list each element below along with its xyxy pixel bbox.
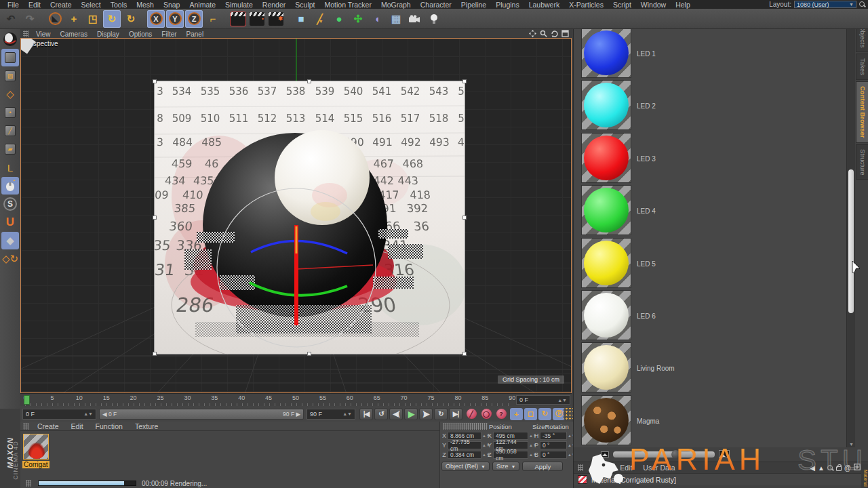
history-forward-icon[interactable]: ▲: [818, 464, 825, 472]
timeline-ruler[interactable]: 051015202530354045505560657075808590 0 F…: [20, 393, 572, 406]
matman-menu-function[interactable]: Function: [90, 422, 129, 430]
slider-knob[interactable]: [671, 450, 680, 459]
menu-character[interactable]: Character: [416, 1, 456, 9]
panel-grip[interactable]: [23, 423, 28, 430]
viewport-zoom-icon[interactable]: [540, 30, 547, 37]
goto-start-button[interactable]: |◀: [359, 408, 373, 420]
record-keyframe-button[interactable]: ╱: [465, 408, 478, 420]
material-row-led-1[interactable]: LED 1: [574, 27, 846, 79]
snap-magnet[interactable]: U: [1, 214, 19, 231]
viewport-menu-view[interactable]: View: [31, 30, 56, 38]
browser-scrollbar[interactable]: ▲ ▼: [846, 21, 855, 447]
spinner-arrows-icon[interactable]: ▲▼: [482, 453, 486, 457]
current-frame-marker[interactable]: [24, 395, 30, 405]
enable-snap[interactable]: S: [3, 197, 17, 211]
at-icon[interactable]: @: [844, 464, 851, 472]
prev-key-button[interactable]: ↺: [374, 408, 388, 420]
region-handle-e[interactable]: [462, 216, 467, 220]
render-settings-button[interactable]: ✱: [267, 10, 285, 28]
attr-menu-user-data[interactable]: User Data: [637, 464, 680, 472]
add-mograph-menu[interactable]: ✣: [349, 10, 367, 28]
coord-value-field[interactable]: -27.735 cm: [448, 441, 481, 449]
large-thumbnail-icon[interactable]: [719, 450, 730, 458]
viewport-solo[interactable]: [1, 177, 19, 195]
z-axis-lock[interactable]: Z: [185, 10, 203, 28]
attr-search-icon[interactable]: [827, 465, 833, 471]
material-row-living-room[interactable]: Living Room: [574, 342, 846, 394]
key-position-toggle[interactable]: +: [510, 408, 523, 420]
region-handle-w[interactable]: [153, 216, 157, 220]
menu-snap[interactable]: Snap: [159, 1, 185, 9]
material-row-led-2[interactable]: LED 2: [574, 79, 846, 131]
last-used-tool-rotate[interactable]: ↻: [122, 10, 140, 28]
scroll-down-icon[interactable]: ▼: [849, 442, 854, 447]
panel-grip[interactable]: [443, 423, 488, 430]
timeline-range-slider[interactable]: ◀ 0 F 90 F ▶: [99, 409, 304, 420]
y-axis-lock[interactable]: Y: [166, 10, 184, 28]
material-row-magma[interactable]: Magma: [574, 394, 846, 447]
panel-grip[interactable]: [578, 464, 583, 471]
menu-mograph[interactable]: MoGraph: [376, 1, 416, 9]
attribute-object-row[interactable]: Material [Corrigated Rusty]: [574, 473, 868, 485]
texture-mode[interactable]: ▨: [1, 67, 19, 85]
end-frame-field[interactable]: 90 F ▲▼: [307, 409, 355, 420]
menu-tools[interactable]: Tools: [106, 1, 132, 9]
menu-help[interactable]: Help: [671, 1, 695, 9]
material-side-tab[interactable]: Material: [861, 464, 868, 488]
convert-editable[interactable]: [1, 30, 19, 48]
menu-select[interactable]: Select: [77, 1, 106, 9]
matman-menu-edit[interactable]: Edit: [65, 422, 90, 430]
rotate-tool[interactable]: ↻: [103, 10, 121, 28]
viewport-menu-options[interactable]: Options: [124, 30, 157, 38]
key-rotation-toggle[interactable]: ↻: [538, 408, 551, 420]
add-light-menu[interactable]: [425, 10, 443, 28]
viewport-menu-filter[interactable]: Filter: [157, 30, 181, 38]
spinner-arrows-icon[interactable]: ▲▼: [529, 453, 533, 457]
menu-create[interactable]: Create: [45, 1, 77, 9]
region-handle-nw[interactable]: [153, 79, 157, 83]
menu-simulate[interactable]: Simulate: [220, 1, 258, 9]
layout-dropdown[interactable]: 1080 (User) ▼: [794, 1, 856, 8]
region-handle-n[interactable]: [307, 79, 311, 83]
menu-render[interactable]: Render: [258, 1, 290, 9]
spinner-arrows-icon[interactable]: ▲▼: [482, 434, 486, 438]
material-row-led-6[interactable]: LED 6: [574, 289, 846, 342]
size-mode-dropdown[interactable]: Size▼: [492, 462, 519, 471]
menu-motion-tracker[interactable]: Motion Tracker: [319, 1, 376, 9]
coordinate-system-toggle[interactable]: ⌐: [204, 10, 222, 28]
play-button[interactable]: ▶: [404, 408, 418, 420]
add-spline-menu[interactable]: ╱▼: [311, 10, 329, 28]
render-view-button[interactable]: [229, 10, 247, 28]
goto-end-button[interactable]: ▶|: [449, 408, 462, 420]
coord-value-field[interactable]: 0 °: [540, 451, 567, 459]
undo-button[interactable]: ↶: [2, 10, 20, 28]
spinner-arrows-icon[interactable]: ▲▼: [529, 444, 533, 447]
model-mode[interactable]: [1, 49, 19, 66]
viewport-menu-cameras[interactable]: Cameras: [56, 30, 93, 38]
add-environment-menu[interactable]: ▦: [387, 10, 405, 28]
viewport-menu-panel[interactable]: Panel: [182, 30, 209, 38]
points-mode[interactable]: •: [1, 104, 19, 121]
region-handle-se[interactable]: [462, 352, 467, 356]
attr-menu-mode[interactable]: Mode: [586, 464, 614, 472]
spinner-arrows-icon[interactable]: ▲▼: [83, 411, 93, 416]
panel-grip[interactable]: [26, 480, 31, 487]
spinner-arrows-icon[interactable]: ▲▼: [482, 444, 486, 447]
spinner-arrows-icon[interactable]: ▲▼: [568, 453, 572, 457]
viewport-rotate-icon[interactable]: [551, 30, 558, 37]
edges-mode[interactable]: ╱: [1, 122, 19, 140]
viewport-maximize-icon[interactable]: [561, 30, 569, 37]
menu-x-particles[interactable]: X-Particles: [564, 1, 608, 9]
spinner-arrows-icon[interactable]: ▲▼: [568, 444, 572, 447]
tab-content-browser[interactable]: Content Browser: [856, 81, 868, 143]
menu-sculpt[interactable]: Sculpt: [290, 1, 319, 9]
region-handle-sw[interactable]: [153, 352, 157, 356]
scrollbar-thumb[interactable]: [848, 169, 854, 313]
interactive-render-region[interactable]: 3534535536537538539540541542543585095105…: [155, 81, 465, 354]
material-name-label[interactable]: Corrigat: [22, 461, 50, 468]
history-back-icon[interactable]: ◀: [810, 464, 815, 472]
x-axis-lock[interactable]: X: [147, 10, 165, 28]
material-row-led-5[interactable]: LED 5: [574, 237, 846, 289]
small-thumbnail-icon[interactable]: [601, 451, 609, 458]
add-camera-menu[interactable]: [406, 10, 424, 28]
